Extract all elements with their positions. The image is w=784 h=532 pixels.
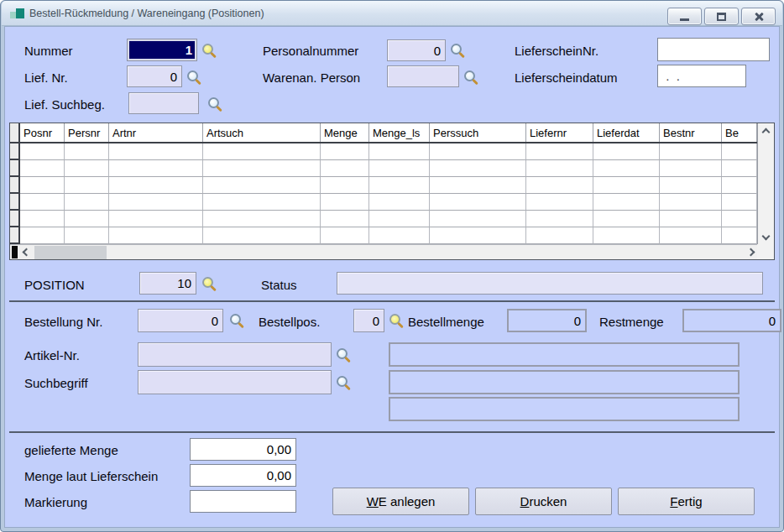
artikel-info-box-2 <box>389 370 740 394</box>
personalnummer-field[interactable]: 0 <box>387 39 446 61</box>
suchbegriff-field[interactable] <box>138 370 332 394</box>
lief-suchbeg-field[interactable] <box>128 92 199 114</box>
scroll-left-button[interactable] <box>19 245 33 259</box>
grid-cell <box>593 143 660 160</box>
bestellung-field[interactable]: 0 <box>138 309 223 332</box>
grid-row-selector[interactable] <box>10 194 20 211</box>
suchbegriff-label: Suchbegriff <box>24 376 88 390</box>
grid-row[interactable] <box>10 211 757 227</box>
lieferscheindatum-label: Lieferscheindatum <box>515 70 618 85</box>
suchbegriff-lookup-icon[interactable] <box>336 375 351 390</box>
menge-lieferschein-field[interactable]: 0,00 <box>190 464 296 487</box>
grid-column-header[interactable]: Menge <box>321 123 369 142</box>
lief-suchbeg-lookup-icon[interactable] <box>207 96 222 112</box>
grid-cell <box>526 143 593 160</box>
grid-cell <box>65 211 109 227</box>
grid-row[interactable] <box>10 177 757 194</box>
grid-cell <box>660 211 722 227</box>
artikel-field[interactable] <box>138 342 332 367</box>
warenan-person-lookup-icon[interactable] <box>463 70 478 85</box>
grid-cell <box>526 194 593 211</box>
grid-cell <box>369 227 430 244</box>
grid-column-header[interactable]: Persnr <box>65 123 109 142</box>
grid-cell <box>593 211 660 227</box>
grid-cell <box>203 194 321 211</box>
markierung-field[interactable] <box>190 490 296 513</box>
grid-row[interactable] <box>10 160 757 177</box>
scroll-down-button[interactable] <box>758 231 774 243</box>
grid-cell <box>65 227 109 244</box>
horizontal-scroll-thumb[interactable] <box>34 246 107 259</box>
grid-column-header[interactable]: Perssuch <box>430 123 526 142</box>
lieferscheinnr-field[interactable] <box>657 38 770 61</box>
grid-column-header[interactable]: Lieferdat <box>593 123 660 142</box>
grid-cell <box>20 143 65 160</box>
grid-row[interactable] <box>10 143 757 160</box>
maximize-button[interactable] <box>704 8 739 25</box>
grid-cell <box>321 194 369 211</box>
grid-cell <box>369 177 430 194</box>
grid-column-header[interactable]: Menge_ls <box>369 123 430 142</box>
separator <box>9 300 775 302</box>
grid-cell <box>430 227 526 244</box>
grid-column-header[interactable]: Bestnr <box>660 123 722 142</box>
close-button[interactable] <box>741 8 776 25</box>
liefnr-lookup-icon[interactable] <box>186 70 201 85</box>
we-anlegen-button[interactable]: WE anlegen <box>332 488 469 515</box>
grid-cell <box>20 177 65 194</box>
nummer-lookup-icon[interactable] <box>201 43 217 58</box>
grid-column-header[interactable]: Be <box>722 123 757 142</box>
grid-row[interactable] <box>10 227 757 244</box>
grid-vertical-scrollbar[interactable] <box>757 123 774 244</box>
grid-row-selector[interactable] <box>10 211 20 227</box>
bestellpos-lookup-icon[interactable] <box>389 313 404 328</box>
grid-column-header[interactable]: Artsuch <box>203 123 321 142</box>
scroll-up-button[interactable] <box>758 124 774 137</box>
scroll-right-button[interactable] <box>744 245 757 259</box>
personalnummer-lookup-icon[interactable] <box>450 43 465 58</box>
grid-row-selector[interactable] <box>10 177 20 194</box>
bestellpos-field[interactable]: 0 <box>353 309 384 332</box>
grid-cell <box>109 177 203 194</box>
grid-cell <box>321 211 369 227</box>
artikel-info-box-3 <box>389 397 740 421</box>
grid-row[interactable] <box>10 194 757 211</box>
grid-column-header[interactable]: Posnr <box>20 123 65 142</box>
grid-row-selector[interactable] <box>10 160 20 177</box>
grid-cell <box>722 143 757 160</box>
menge-lieferschein-label: Menge laut Lieferschein <box>24 469 158 483</box>
fertig-button[interactable]: Fertig <box>618 488 755 515</box>
personalnummer-label: Personalnummer <box>263 44 358 58</box>
position-lookup-icon[interactable] <box>201 276 217 291</box>
grid-column-header[interactable]: Liefernr <box>526 123 593 142</box>
warenan-person-field[interactable] <box>387 65 459 87</box>
grid-cell <box>20 211 65 227</box>
grid-cell <box>109 227 203 244</box>
grid-row-selector[interactable] <box>10 143 20 160</box>
chevron-up-icon <box>762 128 771 136</box>
liefnr-field[interactable]: 0 <box>127 65 182 87</box>
position-label: POSITION <box>24 278 85 292</box>
grid-cell <box>722 177 757 194</box>
nummer-field[interactable]: 1 <box>127 39 197 61</box>
artikel-label: Artikel-Nr. <box>24 348 80 362</box>
drucken-label: rucken <box>529 494 567 509</box>
grid-row-selector[interactable] <box>10 227 20 244</box>
artikel-lookup-icon[interactable] <box>336 347 351 362</box>
grid-column-header[interactable]: Artnr <box>109 123 203 142</box>
minimize-button[interactable] <box>667 8 702 25</box>
gelieferte-menge-field[interactable]: 0,00 <box>190 438 296 461</box>
status-field <box>337 272 763 295</box>
grid-horizontal-scrollbar[interactable] <box>10 244 757 259</box>
grid-cell <box>430 211 526 227</box>
drucken-button[interactable]: Drucken <box>475 488 612 515</box>
grid-cell <box>660 177 722 194</box>
lieferscheindatum-field[interactable]: . . <box>657 65 746 87</box>
grid-selector-header <box>10 123 20 142</box>
grid-cell <box>722 160 757 177</box>
bestellung-lookup-icon[interactable] <box>229 313 244 328</box>
grid-cell <box>203 177 321 194</box>
grid-cell <box>660 160 722 177</box>
application-window: Bestell-Rückmeldung / Wareneingang (Posi… <box>0 0 784 532</box>
position-field[interactable]: 10 <box>139 272 196 295</box>
